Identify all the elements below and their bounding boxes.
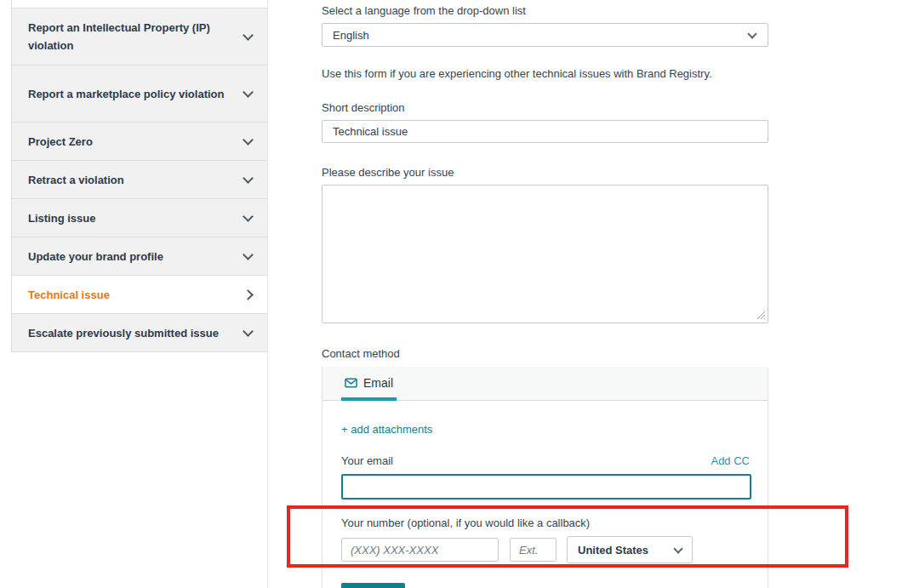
sidebar-partial-row (12, 0, 267, 9)
language-label: Select a language from the drop-down lis… (322, 4, 768, 17)
sidebar-item-technical-issue[interactable]: Technical issue (12, 276, 267, 314)
chevron-down-icon (243, 249, 254, 260)
language-select[interactable]: English (322, 23, 768, 47)
envelope-icon (345, 378, 357, 388)
contact-method-body: + add attachments Your email Add CC Your… (323, 401, 768, 588)
language-select-value: English (333, 29, 369, 42)
your-email-label: Your email (341, 454, 393, 467)
tab-email[interactable]: Email (341, 366, 397, 400)
contact-method-label: Contact method (322, 347, 768, 360)
country-select-value: United States (578, 544, 648, 557)
chevron-down-icon (747, 29, 756, 38)
sidebar-item-label: Listing issue (28, 209, 230, 227)
sidebar-item-label: Update your brand profile (28, 248, 230, 265)
email-label-row: Your email Add CC (341, 454, 750, 467)
sidebar-item-label: Project Zero (28, 133, 230, 151)
sidebar-item-retract-a-violation[interactable]: Retract a violation (12, 161, 267, 199)
add-attachments-link[interactable]: + add attachments (341, 423, 432, 436)
describe-issue-label: Please describe your issue (322, 166, 768, 179)
phone-row: United States (341, 536, 750, 563)
sidebar-item-label: Retract a violation (28, 171, 230, 189)
describe-issue-textarea[interactable] (322, 185, 768, 323)
contact-method-tabstrip: Email (323, 367, 768, 401)
your-email-input[interactable] (341, 474, 751, 500)
sidebar-item-listing-issue[interactable]: Listing issue (12, 199, 267, 237)
tab-active-underline (341, 397, 397, 401)
your-number-label: Your number (optional, if you would like… (341, 517, 750, 529)
chevron-down-icon (243, 326, 254, 337)
chevron-down-icon (243, 173, 254, 184)
sidebar-item-update-your-brand-profile[interactable]: Update your brand profile (12, 237, 267, 276)
send-button[interactable]: Send (341, 583, 405, 588)
phone-ext-input[interactable] (510, 538, 557, 562)
sidebar-item-label: Escalate previously submitted issue (28, 324, 230, 342)
sidebar-item-label: Report an Intellectual Property (IP) vio… (28, 19, 230, 54)
tab-email-label: Email (363, 376, 393, 390)
brand-registry-support-page: Report an Intellectual Property (IP) vio… (0, 0, 919, 588)
add-cc-link[interactable]: Add CC (711, 454, 750, 467)
chevron-down-icon (243, 211, 254, 222)
chevron-down-icon (243, 30, 254, 41)
form-intro-text: Use this form if you are experiencing ot… (322, 67, 768, 80)
sidebar-item-report-marketplace-policy-violation[interactable]: Report a marketplace policy violation (12, 66, 267, 123)
resize-grip-icon[interactable] (756, 311, 766, 320)
country-select[interactable]: United States (567, 536, 693, 563)
sidebar-item-label: Technical issue (28, 286, 230, 304)
short-description-input[interactable] (322, 120, 768, 143)
short-description-label: Short description (322, 101, 768, 114)
sidebar-item-project-zero[interactable]: Project Zero (12, 123, 267, 161)
chevron-down-icon (243, 134, 254, 146)
sidebar-item-escalate-previously-submitted-issue[interactable]: Escalate previously submitted issue (12, 314, 267, 352)
chevron-down-icon (243, 87, 254, 98)
phone-number-input[interactable] (341, 538, 499, 562)
sidebar-item-report-ip-violation[interactable]: Report an Intellectual Property (IP) vio… (12, 9, 267, 66)
chevron-down-icon (673, 544, 682, 553)
support-topics-sidebar: Report an Intellectual Property (IP) vio… (11, 0, 267, 352)
chevron-right-icon (243, 289, 254, 300)
technical-issue-form: Select a language from the drop-down lis… (322, 0, 768, 588)
column-divider (267, 0, 268, 588)
contact-method-panel: Email + add attachments Your email Add C… (322, 367, 768, 588)
sidebar-item-label: Report a marketplace policy violation (28, 85, 230, 103)
